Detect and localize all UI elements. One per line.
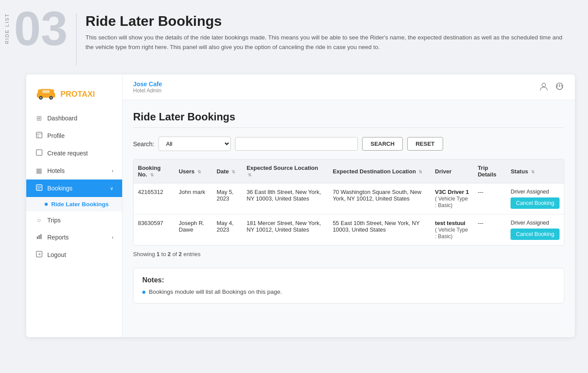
driver-name: V3C Driver 1 <box>435 189 469 195</box>
search-button[interactable]: SEARCH <box>362 137 403 151</box>
svg-rect-6 <box>42 90 50 93</box>
cell-driver: test testuui ( Vehicle Type : Basic) <box>431 215 474 246</box>
cell-status: Driver Assigned Cancel Booking <box>506 183 564 215</box>
cell-user: Joseph R. Dawe <box>174 215 212 246</box>
sort-booking-icon: ⇅ <box>150 172 154 177</box>
side-label: RIDE LIST <box>4 13 10 44</box>
sidebar-item-dashboard[interactable]: ⊞ Dashboard <box>26 109 122 127</box>
intro-title: Ride Later Bookings <box>85 13 575 29</box>
bookings-table: Booking No. ⇅ Users ⇅ Date ⇅ Expected So… <box>133 159 564 246</box>
user-name: Jose Cafe <box>133 81 162 88</box>
showing-from: 1 <box>156 251 159 257</box>
sidebar-subitem-label: Ride Later Bookings <box>51 201 109 208</box>
hotels-icon: ▦ <box>35 167 43 175</box>
sidebar-item-label: Bookings <box>47 185 73 192</box>
cell-trip-details: --- <box>473 215 506 246</box>
reports-icon <box>35 233 43 241</box>
sort-status-icon: ⇅ <box>531 169 535 174</box>
vertical-divider <box>76 13 77 66</box>
intro-section: RIDE LIST 03 Ride Later Bookings This se… <box>0 0 588 74</box>
col-booking-no[interactable]: Booking No. ⇅ <box>134 159 174 183</box>
profile-button[interactable] <box>539 81 549 93</box>
sidebar-item-label: Trips <box>47 217 61 224</box>
logo-text: PROTAXI <box>60 90 95 99</box>
col-driver: Driver <box>431 159 474 183</box>
sub-item-dot <box>45 203 48 206</box>
col-users[interactable]: Users ⇅ <box>174 159 212 183</box>
search-select[interactable]: All <box>158 137 231 151</box>
col-source[interactable]: Expected Source Location ⇅ <box>242 159 328 183</box>
col-status[interactable]: Status ⇅ <box>506 159 564 183</box>
sidebar-item-label: Profile <box>47 132 65 139</box>
svg-rect-8 <box>53 94 55 96</box>
svg-rect-17 <box>37 236 38 239</box>
col-destination[interactable]: Expected Destination Location ⇅ <box>328 159 431 183</box>
sidebar-item-label: Reports <box>47 234 69 241</box>
sidebar-item-create-request[interactable]: Create request <box>26 144 122 162</box>
svg-point-5 <box>50 97 52 99</box>
col-date[interactable]: Date ⇅ <box>212 159 243 183</box>
notes-section: Notes: Bookings module will list all Boo… <box>133 268 564 303</box>
status-text: Driver Assigned <box>511 189 549 195</box>
reports-arrow: › <box>112 235 113 240</box>
svg-rect-9 <box>36 132 42 138</box>
bullet-icon <box>142 291 145 294</box>
big-number: 03 <box>14 4 67 53</box>
dashboard-icon: ⊞ <box>35 114 43 122</box>
sidebar-item-label: Create request <box>47 150 88 157</box>
sort-source-icon: ⇅ <box>248 172 251 177</box>
page-title: Ride Later Bookings <box>133 111 564 128</box>
header-bar: Jose Cafe Hotel Admin <box>123 74 575 100</box>
notes-item: Bookings module will list all Bookings o… <box>142 289 555 295</box>
notes-title: Notes: <box>142 276 555 284</box>
sidebar-subitem-ride-later-bookings[interactable]: Ride Later Bookings <box>26 197 122 211</box>
svg-rect-19 <box>40 234 42 239</box>
svg-point-3 <box>40 97 42 99</box>
page-content: Ride Later Bookings Search: All SEARCH R… <box>123 100 575 314</box>
hotels-arrow: › <box>112 168 113 173</box>
cell-destination: 70 Washington Square South, New York, NY… <box>328 183 431 215</box>
create-request-icon <box>35 149 43 157</box>
sidebar-item-hotels[interactable]: ▦ Hotels › <box>26 162 122 179</box>
showing-text: Showing 1 to 2 of 2 entries <box>133 251 564 257</box>
sort-dest-icon: ⇅ <box>419 169 422 174</box>
trips-icon: ○ <box>35 216 43 224</box>
profile-icon <box>35 132 43 140</box>
cell-date: May 5, 2023 <box>212 183 243 215</box>
sidebar-item-reports[interactable]: Reports › <box>26 229 122 246</box>
showing-total: 2 <box>179 251 182 257</box>
sidebar: PROTAXI ⊞ Dashboard Profile Create reque… <box>26 74 123 337</box>
sidebar-item-logout[interactable]: Logout <box>26 246 122 264</box>
svg-rect-7 <box>37 94 39 96</box>
logo-car-icon <box>35 88 57 101</box>
cancel-booking-button[interactable]: Cancel Booking <box>511 229 560 240</box>
header-icons <box>539 81 564 93</box>
sort-date-icon: ⇅ <box>232 169 235 174</box>
logout-icon <box>35 251 43 259</box>
table-row: 83630597 Joseph R. Dawe May 4, 2023 181 … <box>134 215 564 246</box>
svg-rect-12 <box>36 150 42 155</box>
intro-description: This section will show you the details o… <box>85 33 567 52</box>
table-row: 42165312 John mark May 5, 2023 36 East 8… <box>134 183 564 215</box>
sidebar-item-bookings[interactable]: Bookings ∨ <box>26 179 122 197</box>
cell-booking-no: 83630597 <box>134 215 174 246</box>
sidebar-item-label: Logout <box>47 251 66 258</box>
svg-point-21 <box>542 83 546 87</box>
bookings-icon <box>35 184 43 192</box>
main-content: Jose Cafe Hotel Admin Ride Later Booking… <box>123 74 575 337</box>
driver-name: test testuui <box>435 220 465 226</box>
sidebar-item-profile[interactable]: Profile <box>26 127 122 144</box>
logo-taxi: TAXI <box>77 90 95 99</box>
bookings-arrow: ∨ <box>110 186 113 191</box>
power-button[interactable] <box>555 81 564 93</box>
showing-to: 2 <box>168 251 171 257</box>
reset-button[interactable]: RESET <box>407 137 443 151</box>
cancel-booking-button[interactable]: Cancel Booking <box>511 197 560 209</box>
logo-area: PROTAXI <box>26 83 122 109</box>
sidebar-item-trips[interactable]: ○ Trips <box>26 211 122 229</box>
sidebar-item-label: Hotels <box>47 167 65 174</box>
cell-date: May 4, 2023 <box>212 215 243 246</box>
status-text: Driver Assigned <box>511 220 549 226</box>
cell-trip-details: --- <box>473 183 506 215</box>
search-input[interactable] <box>235 137 358 151</box>
